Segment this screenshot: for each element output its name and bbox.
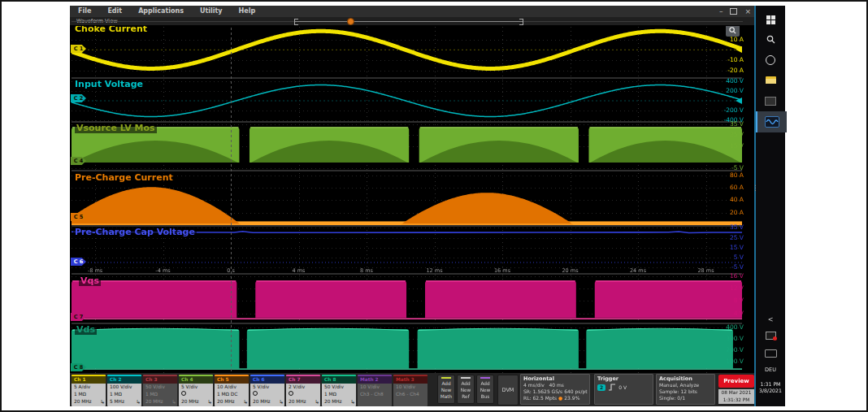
acquisition-single: Single: 0/1 (659, 395, 712, 401)
circle-icon (766, 55, 775, 65)
menu-item-utility[interactable]: Utility (192, 6, 231, 17)
start-button[interactable] (756, 14, 785, 25)
scale-label: 8 V (719, 297, 744, 304)
scale-label: 60 A (719, 184, 744, 191)
add-new-ref-button[interactable]: AddNewRef (457, 375, 475, 404)
folder-icon (766, 76, 776, 84)
channel-label-4: Pre-Charge Current (73, 173, 175, 183)
acquisition-panel[interactable]: Acquisition Manual, Analyze Sample: 12 b… (656, 374, 715, 405)
channel-badge-c8[interactable]: C 8 (71, 363, 86, 371)
acquisition-mode: Manual, Analyze (659, 382, 712, 388)
badge-input-arrow-icon: ↳ (315, 399, 319, 406)
close-button[interactable]: × (744, 7, 751, 15)
badge-header: Ch 6 (250, 376, 284, 384)
trigger-level-arrow[interactable] (736, 46, 742, 53)
badge-header: Ch 8 (322, 376, 356, 384)
badge-header: Ch 5 (215, 376, 249, 384)
zoom-icon[interactable] (726, 24, 740, 37)
scope-app-button-active[interactable] (756, 111, 787, 132)
app-window-button[interactable] (756, 95, 785, 106)
search-button[interactable] (756, 33, 785, 45)
badge-body: 10 V/divCh6 - Ch4 (393, 384, 427, 406)
badge-body: 10 A/div1 MΩ DC20 MHz↳ (215, 384, 249, 406)
channel-settings-badge-ch2[interactable]: Ch 2100 V/div1 MΩ5 MHz↳ (107, 375, 141, 406)
channel-badge-c1[interactable]: C 1 (71, 45, 86, 53)
scale-label: 40 A (719, 197, 744, 203)
add-new-math-button[interactable]: AddNewMath (437, 375, 455, 404)
add-button-accent (461, 377, 471, 379)
preview-button[interactable]: Preview (718, 375, 754, 388)
badge-header: Ch 4 (179, 376, 213, 384)
scale-label: 200 V (719, 88, 744, 94)
probe-icon (181, 391, 186, 396)
touch-keyboard-button[interactable] (756, 349, 785, 358)
menu-item-help[interactable]: Help (231, 6, 264, 17)
probe-icon (289, 391, 293, 396)
zoom-region-right-bracket[interactable] (519, 19, 523, 25)
channel-badge-c2[interactable]: C 2 (71, 94, 86, 102)
menu-item-edit[interactable]: Edit (99, 6, 130, 17)
restore-button[interactable] (730, 8, 737, 15)
channel-badge-c7[interactable]: C 7 (71, 313, 86, 321)
add-button-accent (441, 377, 451, 379)
date-text: 08 Mar 2021 (718, 389, 754, 397)
horizontal-title: Horizontal (523, 375, 587, 382)
trigger-level: 0 V (618, 384, 627, 391)
dvm-button[interactable]: DVM (497, 375, 519, 405)
add-button-accent (480, 377, 490, 379)
channel-settings-badge-ch6[interactable]: Ch 65 V/div20 MHz↳ (250, 375, 284, 406)
scale-label: -5 V (719, 264, 744, 271)
horizontal-panel[interactable]: Horizontal 4 ms/div 40 ms SR: 1.5625 GS/… (520, 374, 590, 405)
scale-label: -10 A (719, 57, 744, 63)
file-explorer-button[interactable] (756, 74, 785, 85)
time-tick-label: -8 ms (88, 267, 102, 274)
menu-item-file[interactable]: File (70, 6, 99, 17)
probe-icon (253, 391, 258, 396)
horizontal-pct: 23.9% (564, 395, 579, 401)
scale-label: 35 V (719, 224, 744, 231)
taskbar: < DEU 1:31 PM3/8/2021 (756, 6, 785, 406)
badge-header: Ch 2 (107, 376, 141, 384)
channel-settings-badge-ch7[interactable]: Ch 72 V/div20 MHz↳ (286, 375, 320, 406)
badge-input-arrow-icon: ↳ (243, 399, 248, 406)
channel-settings-badge-math2[interactable]: Math 210 V/divCh3 - Ch8 (358, 375, 392, 406)
scale-label: 25 V (719, 235, 744, 241)
badge-body: 10 V/divCh3 - Ch8 (358, 384, 392, 406)
zoom-region-track[interactable] (294, 21, 523, 22)
minimize-button[interactable]: – (719, 7, 723, 15)
badge-header: Ch 7 (286, 376, 320, 384)
channel-label-6: Vqs (79, 276, 101, 286)
red-dot-icon (773, 336, 777, 340)
scale-label: 25 V (719, 132, 744, 138)
channel-badge-c6[interactable]: C 6 (71, 258, 86, 266)
zoom-region-left-bracket[interactable] (294, 19, 298, 25)
channel-settings-badge-ch4[interactable]: Ch 45 V/div20 MHz↳ (179, 375, 213, 406)
scale-label: 12 V (719, 285, 744, 292)
position-flag-icon: ● (558, 395, 562, 401)
badge-header: Math 3 (393, 376, 427, 384)
time-tick-label: 20 ms (562, 267, 578, 274)
panel-drag-handle-icon[interactable]: ⋮ (752, 185, 759, 191)
display-notification-button[interactable] (756, 331, 785, 340)
add-new-bus-button[interactable]: AddNewBus (476, 375, 494, 404)
language-indicator[interactable]: DEU (756, 365, 785, 375)
task-view-button[interactable] (756, 54, 785, 66)
scale-label: -20 A (719, 67, 744, 74)
scale-label: 16 V (719, 273, 744, 280)
trigger-level-arrow[interactable] (736, 98, 742, 104)
scale-label: 35 V (719, 121, 744, 128)
channel-badge-c5[interactable]: C 5 (71, 213, 86, 221)
trigger-panel[interactable]: Trigger 2 0 V (594, 374, 653, 405)
time-tick-label: 24 ms (630, 267, 646, 274)
taskbar-clock[interactable]: 1:31 PM3/8/2021 (756, 379, 785, 396)
channel-settings-badge-ch3[interactable]: Ch 350 V/div1 MΩ20 MHz↳ (143, 375, 177, 406)
channel-settings-badge-ch5[interactable]: Ch 510 A/div1 MΩ DC20 MHz↳ (215, 375, 249, 406)
channel-settings-badge-ch8[interactable]: Ch 850 V/div1 MΩ20 MHz↳ (322, 375, 356, 406)
badge-input-arrow-icon: ↳ (279, 399, 284, 406)
menu-item-applications[interactable]: Applications (130, 6, 192, 17)
channel-settings-badge-math3[interactable]: Math 310 V/divCh6 - Ch4 (393, 375, 427, 406)
channel-settings-badge-ch1[interactable]: Ch 15 A/div1 MΩ20 MHz↳ (72, 375, 106, 406)
trigger-position-pin[interactable] (347, 18, 354, 25)
show-hidden-icons-button[interactable]: < (756, 314, 785, 324)
channel-badge-c4[interactable]: C 4 (71, 157, 86, 165)
